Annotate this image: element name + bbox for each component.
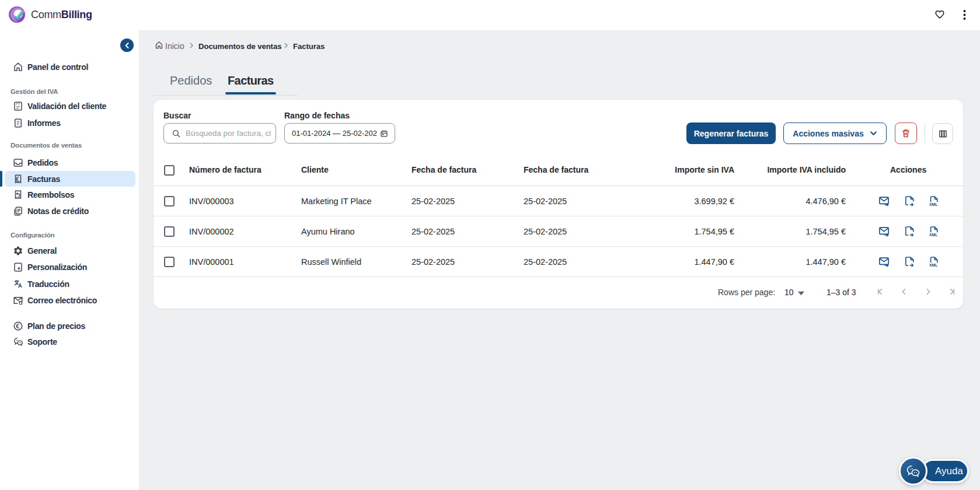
- svg-text:XML: XML: [929, 202, 938, 206]
- svg-text:XML: XML: [929, 233, 938, 237]
- svg-text:XML: XML: [929, 263, 938, 267]
